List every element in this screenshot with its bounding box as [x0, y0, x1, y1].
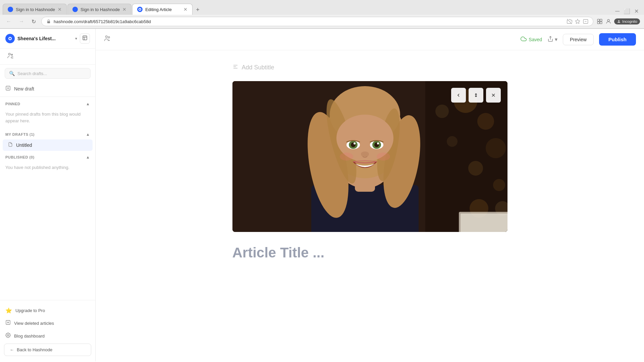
svg-line-3: [567, 19, 572, 24]
search-icon: 🔍: [9, 71, 15, 76]
browser-actions: Incognito: [597, 18, 640, 24]
publish-options: ▾: [547, 36, 557, 43]
org-people-icon[interactable]: [104, 35, 111, 44]
tab-title-2: Sign in to Hashnode: [80, 7, 120, 12]
svg-rect-7: [600, 19, 602, 21]
svg-rect-70: [461, 214, 507, 232]
new-draft-icon: [5, 85, 11, 92]
publish-button[interactable]: Publish: [599, 33, 636, 46]
image-resize-button[interactable]: [469, 88, 483, 103]
sidebar-header: Sheena's Lifest... ▾: [0, 29, 95, 49]
top-nav: Saved ▾ Preview Publish: [96, 29, 644, 50]
svg-rect-46: [425, 81, 507, 232]
svg-rect-6: [598, 19, 600, 21]
cloud-icon: [521, 36, 527, 43]
camera-off-icon: [567, 19, 572, 24]
published-toggle[interactable]: ▲: [86, 155, 90, 160]
svg-point-31: [108, 37, 110, 38]
svg-rect-8: [598, 22, 600, 24]
add-subtitle-text: Add Subtitle: [242, 64, 274, 71]
tab-2[interactable]: Sign in to Hashnode ✕: [67, 4, 131, 15]
image-controls: [451, 88, 501, 103]
svg-point-18: [9, 53, 11, 55]
extensions-icon: [597, 18, 603, 24]
address-bar[interactable]: hashnode.com/draft/657125b819c1a9abc6cab…: [41, 17, 593, 26]
search-wrapper[interactable]: 🔍: [5, 68, 91, 79]
tab-title-1: Sign in to Hashnode: [16, 7, 55, 12]
draft-item-untitled[interactable]: Untitled: [3, 139, 93, 151]
image-back-button[interactable]: [451, 88, 466, 103]
star-icon-address: [575, 19, 580, 24]
pinned-title: PINNED: [5, 102, 20, 106]
draft-title-untitled: Untitled: [16, 142, 32, 148]
pinned-section-header: PINNED ▲: [0, 98, 95, 108]
tab-favicon-2: [72, 7, 78, 12]
pinned-toggle[interactable]: ▲: [86, 102, 90, 106]
editor-container: Add Subtitle: [219, 50, 521, 274]
blog-avatar: [5, 34, 15, 43]
main-content: Add Subtitle: [96, 50, 644, 361]
my-drafts-toggle[interactable]: ▲: [86, 132, 90, 137]
publish-dropdown-chevron[interactable]: ▾: [555, 36, 557, 43]
upgrade-link[interactable]: ⭐ Upgrade to Pro: [0, 304, 95, 317]
share-icon[interactable]: [547, 36, 553, 43]
back-to-hashnode-button[interactable]: ← Back to Hashnode: [4, 344, 91, 356]
cover-image-svg: [232, 81, 507, 232]
deleted-articles-link[interactable]: View deleted articles: [0, 317, 95, 329]
add-post-button[interactable]: [80, 34, 90, 44]
gear-icon: [5, 333, 11, 339]
address-icons: [567, 19, 588, 24]
my-drafts-section-header: MY DRAFTS (1) ▲: [0, 129, 95, 139]
svg-point-20: [11, 54, 13, 55]
blog-dashboard-link[interactable]: Blog dashboard: [0, 329, 95, 342]
svg-point-65: [377, 142, 379, 144]
browser-chrome: Sign in to Hashnode ✕ Sign in to Hashnod…: [0, 0, 644, 29]
blog-dropdown-button[interactable]: ▾: [75, 36, 77, 41]
refresh-button[interactable]: ↻: [30, 17, 38, 26]
new-tab-button[interactable]: +: [193, 5, 202, 15]
pinned-empty-text: Your pinned drafts from this blog would …: [0, 108, 95, 129]
deleted-label: View deleted articles: [14, 321, 54, 326]
org-icon-row: [0, 49, 95, 65]
image-remove-button[interactable]: [486, 88, 501, 103]
search-input[interactable]: [17, 71, 86, 76]
reader-mode-icon: [583, 19, 588, 24]
top-nav-left: [104, 35, 111, 44]
close-window-button[interactable]: ✕: [634, 8, 639, 14]
tab-3[interactable]: Editing Article ✕: [132, 4, 193, 15]
tab-close-2[interactable]: ✕: [122, 7, 126, 12]
svg-point-1: [139, 9, 141, 10]
tab-close-3[interactable]: ✕: [183, 7, 187, 12]
team-icon[interactable]: [5, 53, 15, 62]
tab-1[interactable]: Sign in to Hashnode ✕: [3, 4, 67, 15]
sidebar-search: 🔍: [0, 65, 95, 82]
svg-rect-15: [83, 36, 87, 40]
upgrade-icon: ⭐: [5, 307, 12, 314]
app-layout: Sheena's Lifest... ▾: [0, 29, 644, 361]
tab-close-1[interactable]: ✕: [58, 7, 62, 12]
back-label: Back to Hashnode: [17, 347, 52, 352]
draft-item-icon: [8, 142, 13, 148]
new-draft-button[interactable]: New draft: [0, 82, 95, 95]
back-nav-button[interactable]: ←: [4, 17, 13, 26]
svg-point-11: [618, 20, 620, 21]
tab-favicon-1: [8, 7, 13, 12]
svg-point-10: [607, 19, 609, 21]
minimize-button[interactable]: ─: [615, 8, 620, 15]
url-text: hashnode.com/draft/657125b819c1a9abc6cab…: [54, 19, 564, 24]
profile-icon: [605, 18, 611, 24]
lock-icon: [46, 19, 51, 24]
saved-label: Saved: [529, 37, 542, 42]
published-title: PUBLISHED (0): [5, 155, 35, 159]
svg-point-67: [340, 153, 353, 161]
sidebar: Sheena's Lifest... ▾: [0, 29, 96, 361]
forward-nav-button[interactable]: →: [17, 17, 26, 26]
preview-button[interactable]: Preview: [563, 34, 594, 45]
back-arrow-icon: ←: [10, 347, 14, 352]
subtitle-icon: [232, 64, 238, 71]
upgrade-label: Upgrade to Pro: [15, 308, 45, 313]
restore-button[interactable]: ⬜: [624, 8, 630, 14]
add-subtitle-area[interactable]: Add Subtitle: [232, 60, 507, 74]
svg-rect-2: [47, 21, 50, 23]
article-title-input[interactable]: Article Title ...: [232, 241, 507, 264]
